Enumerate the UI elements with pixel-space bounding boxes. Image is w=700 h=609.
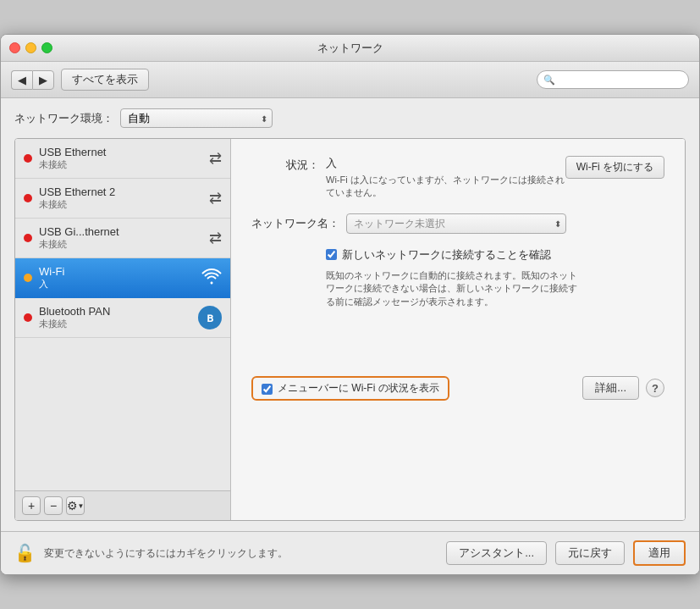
ethernet-icon: ⇄ [209, 149, 222, 168]
ethernet-icon: ⇄ [209, 189, 222, 208]
wifi-toggle-button[interactable]: Wi-Fi を切にする [565, 156, 664, 179]
network-env-select[interactable]: 自動 [120, 108, 273, 128]
status-left: 状況： 入 Wi-Fi は入になっていますが、ネットワークには接続されていません… [251, 156, 565, 200]
sidebar-spacer [15, 338, 230, 490]
status-top-row: 状況： 入 Wi-Fi は入になっていますが、ネットワークには接続されていません… [251, 156, 664, 200]
sidebar-item-bluetooth-pan[interactable]: Bluetooth PAN 未接続 ʙ [15, 298, 230, 338]
sidebar-item-usb-gi-ethernet[interactable]: USB Gi...thernet 未接続 ⇄ [15, 219, 230, 258]
item-name: Bluetooth PAN [39, 305, 198, 318]
help-button[interactable]: ? [646, 379, 664, 397]
item-status: 未接続 [39, 198, 209, 211]
remove-network-button[interactable]: − [44, 496, 63, 515]
minimize-button[interactable] [25, 42, 36, 53]
nav-forward-button[interactable]: ▶ [32, 70, 54, 90]
wifi-icon [201, 268, 222, 289]
item-name: USB Ethernet [39, 146, 209, 158]
detail-panel: 状況： 入 Wi-Fi は入になっていますが、ネットワークには接続されていません… [231, 139, 685, 520]
close-button[interactable] [9, 42, 20, 53]
status-dot-red [24, 194, 32, 202]
titlebar: ネットワーク [1, 35, 699, 62]
checkbox-label: 新しいネットワークに接続することを確認 [342, 247, 551, 263]
lock-icon[interactable]: 🔓 [14, 543, 36, 563]
search-input[interactable] [537, 70, 689, 89]
status-content: 入 Wi-Fi は入になっていますが、ネットワークには接続されていません。 [326, 156, 565, 200]
revert-button[interactable]: 元に戻す [555, 541, 625, 565]
item-info: Wi-Fi 入 [39, 265, 201, 291]
status-dot-red [24, 313, 32, 322]
network-env-label: ネットワーク環境： [14, 111, 113, 126]
network-name-row: ネットワーク名： ネットワーク未選択 [251, 213, 664, 234]
detail-spacer [251, 308, 664, 359]
item-info: Bluetooth PAN 未接続 [39, 305, 198, 330]
item-info: USB Ethernet 未接続 [39, 146, 209, 171]
search-icon: 🔍 [543, 75, 555, 86]
menubar-checkbox[interactable] [262, 384, 273, 395]
network-name-select-wrapper: ネットワーク未選択 [346, 213, 566, 234]
network-preferences-window: ネットワーク ◀ ▶ すべてを表示 🔍 ネットワーク環境： 自動 [0, 34, 700, 575]
item-name: USB Gi...thernet [39, 225, 209, 238]
show-all-button[interactable]: すべてを表示 [61, 69, 149, 91]
menubar-checkbox-label: メニューバーに Wi-Fi の状況を表示 [278, 381, 439, 396]
status-dot-orange [24, 274, 32, 282]
maximize-button[interactable] [41, 42, 52, 53]
detail-button[interactable]: 詳細... [582, 376, 639, 400]
status-value: 入 [326, 156, 565, 171]
status-label: 状況： [251, 158, 319, 173]
status-desc: Wi-Fi は入になっていますが、ネットワークには接続されていません。 [326, 174, 565, 200]
gear-icon: ⚙ [67, 499, 78, 512]
item-name: Wi-Fi [39, 265, 201, 278]
sidebar-item-wifi[interactable]: Wi-Fi 入 [15, 258, 230, 298]
network-name-label: ネットワーク名： [251, 216, 339, 231]
content-area: ネットワーク環境： 自動 USB Ethernet 未接続 [1, 98, 699, 531]
window-footer: 🔓 変更できないようにするにはカギをクリックします。 アシスタント... 元に戻… [1, 531, 699, 574]
nav-arrows: ◀ ▶ [11, 70, 54, 90]
nav-back-button[interactable]: ◀ [11, 70, 32, 90]
item-status: 未接続 [39, 318, 198, 330]
item-status: 未接続 [39, 238, 209, 251]
footer-hint: 変更できないようにするにはカギをクリックします。 [44, 546, 438, 561]
settings-button[interactable]: ⚙ ▼ [66, 496, 85, 515]
checkbox-description: 既知のネットワークに自動的に接続されます。既知のネットワークに接続できない場合は… [251, 269, 664, 308]
item-info: USB Ethernet 2 未接続 [39, 185, 209, 211]
toolbar: ◀ ▶ すべてを表示 🔍 [1, 62, 699, 98]
item-info: USB Gi...thernet 未接続 [39, 225, 209, 251]
add-network-button[interactable]: + [22, 496, 41, 515]
item-status: 未接続 [39, 158, 209, 171]
dropdown-arrow-icon: ▼ [78, 502, 85, 510]
window-buttons [9, 42, 52, 53]
network-env-select-wrapper: 自動 [120, 108, 273, 128]
menubar-checkbox-wrapper: メニューバーに Wi-Fi の状況を表示 [251, 376, 449, 401]
main-panel: USB Ethernet 未接続 ⇄ USB Ethernet 2 未接続 ⇄ [14, 138, 686, 521]
detail-footer: メニューバーに Wi-Fi の状況を表示 詳細... ? [251, 376, 664, 401]
item-status: 入 [39, 278, 201, 291]
checkbox-row: 新しいネットワークに接続することを確認 [251, 247, 664, 263]
sidebar-item-usb-ethernet-2[interactable]: USB Ethernet 2 未接続 ⇄ [15, 179, 230, 219]
sidebar-footer: + − ⚙ ▼ [15, 490, 230, 520]
network-env-row: ネットワーク環境： 自動 [14, 108, 686, 128]
sidebar: USB Ethernet 未接続 ⇄ USB Ethernet 2 未接続 ⇄ [15, 139, 231, 520]
sidebar-item-usb-ethernet-1[interactable]: USB Ethernet 未接続 ⇄ [15, 139, 230, 179]
status-dot-red [24, 154, 32, 163]
bluetooth-icon: ʙ [198, 306, 222, 329]
item-name: USB Ethernet 2 [39, 185, 209, 198]
apply-button[interactable]: 適用 [633, 540, 686, 566]
ethernet-icon: ⇄ [209, 229, 222, 247]
assistant-button[interactable]: アシスタント... [446, 541, 547, 565]
search-box: 🔍 [537, 70, 689, 89]
auto-join-checkbox[interactable] [326, 249, 337, 260]
status-dot-red [24, 234, 32, 242]
network-name-select[interactable]: ネットワーク未選択 [346, 213, 566, 234]
window-title: ネットワーク [317, 41, 383, 56]
sidebar-items: USB Ethernet 未接続 ⇄ USB Ethernet 2 未接続 ⇄ [15, 139, 230, 338]
